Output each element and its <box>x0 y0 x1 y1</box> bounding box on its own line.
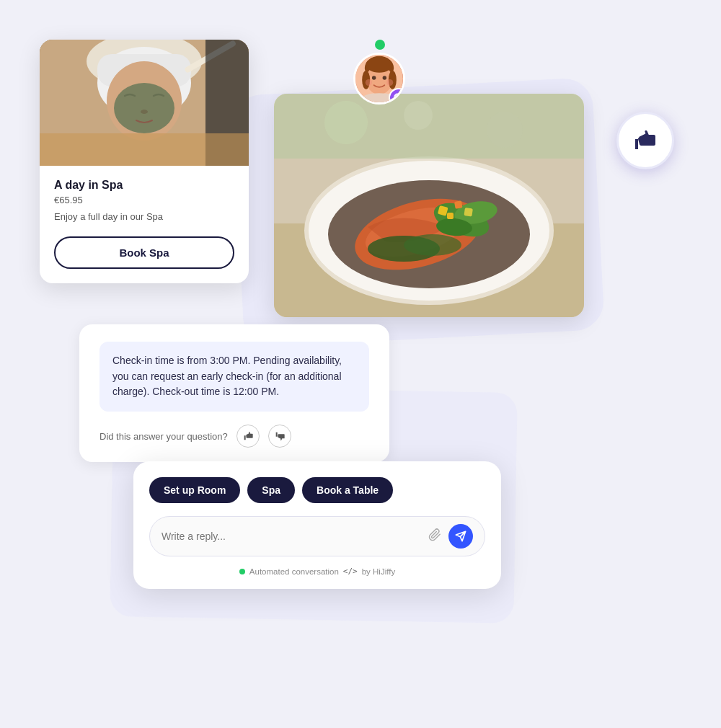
powered-by-brand: by HiJiffy <box>362 567 395 576</box>
svg-point-40 <box>487 112 523 148</box>
reply-input-row <box>149 516 485 556</box>
chat-message-text: Check-in time is from 3:00 PM. Pending a… <box>112 355 342 397</box>
food-illustration <box>274 94 584 317</box>
attach-icon[interactable] <box>428 528 441 545</box>
powered-label: Automated conversation <box>249 567 339 576</box>
messenger-icon <box>393 92 404 104</box>
svg-point-17 <box>366 57 393 73</box>
reply-input[interactable] <box>162 531 421 542</box>
chat-feedback-row: Did this answer your question? <box>99 425 369 448</box>
thumbs-down-small-icon <box>274 430 286 442</box>
spa-price: €65.95 <box>54 195 234 205</box>
send-button[interactable] <box>448 524 473 549</box>
powered-by-row: Automated conversation </> by HiJiffy <box>149 567 485 576</box>
chat-info-card: Check-in time is from 3:00 PM. Pending a… <box>79 324 389 462</box>
svg-point-35 <box>404 234 461 256</box>
powered-online-dot <box>239 569 245 574</box>
thumbs-up-small-icon <box>242 430 254 442</box>
spa-card: Best Deal <box>40 40 249 283</box>
main-chat-widget: Set up Room Spa Book a Table Automated c… <box>133 461 501 589</box>
svg-point-39 <box>404 101 433 130</box>
svg-rect-33 <box>447 213 454 219</box>
svg-point-14 <box>383 76 387 80</box>
paperclip-icon <box>428 528 441 541</box>
quick-replies-row: Set up Room Spa Book a Table <box>149 477 485 503</box>
spa-title: A day in Spa <box>54 179 234 192</box>
svg-rect-37 <box>274 94 584 159</box>
spa-illustration <box>40 40 249 166</box>
thumbs-up-icon <box>629 125 661 156</box>
svg-point-18 <box>366 79 372 86</box>
user-avatar-container <box>353 40 405 105</box>
chat-message-bubble: Check-in time is from 3:00 PM. Pending a… <box>99 342 369 412</box>
spa-card-body: A day in Spa €65.95 Enjoy a full day in … <box>40 166 249 283</box>
send-icon <box>455 531 466 542</box>
svg-point-13 <box>372 76 376 80</box>
svg-rect-31 <box>454 200 463 209</box>
svg-point-19 <box>386 79 393 86</box>
online-indicator <box>375 40 385 50</box>
thumbs-up-circle <box>616 112 674 169</box>
svg-point-38 <box>324 101 368 144</box>
book-spa-button[interactable]: Book Spa <box>54 236 234 269</box>
svg-point-6 <box>141 110 148 114</box>
user-avatar <box>353 53 405 105</box>
messenger-badge <box>389 88 405 105</box>
spa-button[interactable]: Spa <box>247 477 295 503</box>
book-table-button[interactable]: Book a Table <box>302 477 393 503</box>
svg-point-5 <box>114 83 174 133</box>
feedback-label: Did this answer your question? <box>99 431 228 442</box>
food-card <box>274 94 584 317</box>
thumbs-down-button[interactable] <box>268 425 291 448</box>
powered-code-tag: </> <box>343 567 358 576</box>
spa-card-image: Best Deal <box>40 40 249 166</box>
svg-rect-9 <box>40 133 249 166</box>
spa-description: Enjoy a full day in our Spa <box>54 211 234 222</box>
thumbs-up-button[interactable] <box>236 425 260 448</box>
setup-room-button[interactable]: Set up Room <box>149 477 240 503</box>
svg-rect-32 <box>464 208 472 216</box>
